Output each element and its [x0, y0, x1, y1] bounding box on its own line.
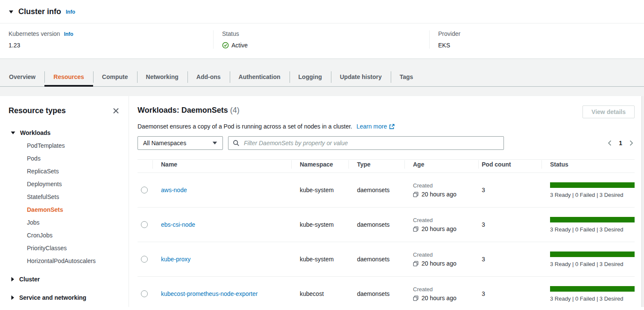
tab-logging[interactable]: Logging — [290, 68, 331, 86]
status-check-icon — [222, 42, 229, 49]
provider-value: EKS — [438, 42, 635, 49]
kubernetes-version-info-link[interactable]: Info — [64, 31, 73, 37]
page-number[interactable]: 1 — [619, 140, 622, 146]
field-kubernetes-version: Kubernetes version Info 1.23 — [0, 30, 213, 49]
cell-type: daemonsets — [348, 173, 404, 208]
sidebar-item-daemonsets[interactable]: DaemonSets — [9, 203, 120, 216]
cell-pod-count: 3 — [478, 277, 542, 307]
tab-compute[interactable]: Compute — [93, 68, 137, 86]
previous-page-icon[interactable] — [607, 140, 612, 146]
daemonset-name-link[interactable]: ebs-csi-node — [161, 221, 195, 228]
provider-label: Provider — [438, 30, 460, 37]
filter-field — [228, 136, 504, 150]
caret-down-icon — [11, 131, 15, 135]
namespace-select-value: All Namespaces — [143, 140, 186, 146]
sidebar-item-replicasets[interactable]: ReplicaSets — [9, 165, 120, 178]
table-row: aws-node kube-system daemonsets Created … — [138, 173, 635, 208]
cell-namespace: kubecost — [291, 277, 348, 307]
resource-tree: Workloads PodTemplates Pods ReplicaSets … — [9, 126, 120, 304]
cluster-info-panel: Cluster info Info Kubernetes version Inf… — [0, 0, 644, 59]
cell-namespace: kube-system — [291, 173, 348, 208]
table-row: kubecost-prometheus-node-exporter kubeco… — [138, 277, 635, 307]
status-progress-bar — [550, 252, 635, 257]
field-provider: Provider EKS — [429, 30, 644, 49]
column-header-type: Type — [348, 160, 404, 173]
sidebar-item-cronjobs[interactable]: CronJobs — [9, 229, 120, 242]
collapse-caret-icon[interactable] — [9, 9, 14, 15]
column-header-age: Age — [404, 160, 478, 173]
tab-band: Overview Resources Compute Networking Ad… — [0, 59, 644, 96]
cell-type: daemonsets — [348, 277, 404, 307]
sidebar-item-podtemplates[interactable]: PodTemplates — [9, 139, 120, 152]
daemonsets-table: Name Namespace Type Age Pod count Status… — [138, 159, 635, 307]
view-details-button[interactable]: View details — [583, 105, 635, 118]
copy-icon — [413, 192, 419, 197]
column-header-namespace: Namespace — [291, 160, 348, 173]
row-select-radio[interactable] — [141, 187, 148, 193]
content-area: Resource types Workloads PodTemplates Po… — [0, 96, 644, 307]
sidebar-title: Resource types — [9, 106, 66, 115]
row-select-radio[interactable] — [141, 290, 148, 297]
sidebar-item-pods[interactable]: Pods — [9, 152, 120, 165]
tab-overview[interactable]: Overview — [0, 68, 44, 86]
cell-status: 3 Ready | 0 Failed | 3 Desired — [542, 277, 635, 307]
caret-right-icon — [11, 295, 15, 300]
cell-status: 3 Ready | 0 Failed | 3 Desired — [542, 208, 635, 242]
resource-types-sidebar: Resource types Workloads PodTemplates Po… — [0, 96, 129, 307]
status-progress-bar — [550, 217, 635, 222]
cell-namespace: kube-system — [291, 242, 348, 277]
copy-icon — [413, 261, 419, 266]
status-value: Active — [231, 42, 248, 49]
cell-pod-count: 3 — [478, 208, 542, 242]
tree-section-label: Service and networking — [19, 294, 86, 301]
cluster-info-fields: Kubernetes version Info 1.23 Status Acti… — [0, 23, 644, 58]
cluster-info-info-link[interactable]: Info — [66, 9, 75, 15]
close-icon[interactable] — [112, 107, 120, 115]
daemonset-name-link[interactable]: aws-node — [161, 187, 187, 193]
sidebar-item-horizontalpodautoscalers[interactable]: HorizontalPodAutoscalers — [9, 254, 120, 267]
learn-more-link[interactable]: Learn more — [357, 123, 395, 130]
cluster-info-title: Cluster info — [18, 7, 61, 16]
tree-section-cluster[interactable]: Cluster — [9, 273, 120, 286]
tab-add-ons[interactable]: Add-ons — [187, 68, 230, 86]
sidebar-item-deployments[interactable]: Deployments — [9, 178, 120, 190]
status-progress-bar — [550, 182, 635, 188]
tab-resources[interactable]: Resources — [44, 68, 93, 86]
cell-age: Created 20 hours ago — [404, 242, 478, 277]
table-header-row: Name Namespace Type Age Pod count Status — [138, 160, 635, 173]
sidebar-item-priorityclasses[interactable]: PriorityClasses — [9, 242, 120, 254]
namespace-select[interactable]: All Namespaces — [138, 136, 223, 150]
sidebar-item-jobs[interactable]: Jobs — [9, 216, 120, 229]
tree-section-workloads[interactable]: Workloads — [9, 126, 120, 139]
table-row: ebs-csi-node kube-system daemonsets Crea… — [138, 208, 635, 242]
row-select-radio[interactable] — [141, 221, 148, 228]
row-select-radio[interactable] — [141, 256, 148, 263]
status-progress-bar — [550, 286, 635, 292]
tab-update-history[interactable]: Update history — [331, 68, 391, 86]
sidebar-item-statefulsets[interactable]: StatefulSets — [9, 190, 120, 203]
cluster-info-header: Cluster info Info — [0, 0, 644, 23]
tab-tags[interactable]: Tags — [391, 68, 422, 86]
page-title: Workloads: DaemonSets (4) — [138, 105, 240, 115]
table-row: kube-proxy kube-system daemonsets Create… — [138, 242, 635, 277]
tab-networking[interactable]: Networking — [137, 68, 187, 86]
filter-input[interactable] — [243, 139, 499, 147]
copy-icon — [413, 295, 419, 301]
column-header-status: Status — [542, 160, 635, 173]
pagination: 1 — [607, 140, 635, 146]
tab-authentication[interactable]: Authentication — [230, 68, 290, 86]
tree-section-service-and-networking[interactable]: Service and networking — [9, 291, 120, 304]
external-link-icon — [389, 124, 395, 129]
cell-pod-count: 3 — [478, 173, 542, 208]
status-badge: Active — [222, 42, 421, 49]
column-header-name: Name — [152, 160, 291, 173]
daemonset-name-link[interactable]: kube-proxy — [161, 256, 190, 263]
daemonset-name-link[interactable]: kubecost-prometheus-node-exporter — [161, 290, 258, 297]
cell-type: daemonsets — [348, 208, 404, 242]
cell-age: Created 20 hours ago — [404, 277, 478, 307]
cell-type: daemonsets — [348, 242, 404, 277]
item-count: (4) — [230, 106, 240, 114]
kubernetes-version-label: Kubernetes version — [9, 30, 60, 37]
daemonsets-panel: Workloads: DaemonSets (4) View details D… — [129, 96, 644, 307]
next-page-icon[interactable] — [629, 140, 634, 146]
